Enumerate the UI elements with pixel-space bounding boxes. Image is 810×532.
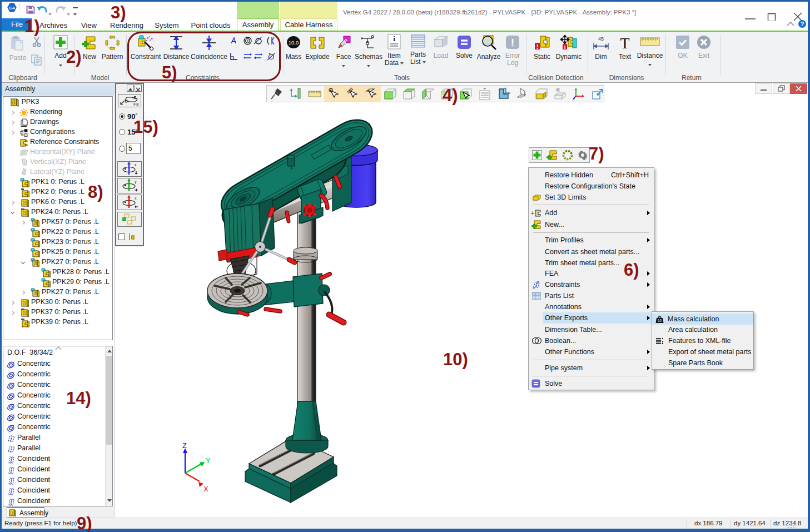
svg-text:!: !: [564, 44, 565, 50]
svg-text:F8: F8: [133, 102, 139, 107]
svg-text:!: !: [536, 43, 539, 50]
svg-text:45: 45: [598, 36, 604, 42]
svg-text:10: 10: [658, 319, 662, 322]
svg-text:10,0: 10,0: [289, 39, 299, 46]
svg-text:!: !: [511, 37, 514, 48]
svg-text:T: T: [620, 35, 629, 51]
svg-text:G4: G4: [9, 6, 15, 11]
svg-text:Y: Y: [206, 456, 211, 465]
svg-text:X: X: [203, 485, 208, 493]
svg-text:+: +: [531, 210, 534, 216]
svg-text:z: z: [135, 163, 137, 167]
svg-text:x: x: [135, 196, 137, 200]
svg-text:Z: Z: [182, 441, 187, 450]
svg-text:y: y: [135, 180, 137, 184]
svg-text:i: i: [393, 34, 395, 43]
